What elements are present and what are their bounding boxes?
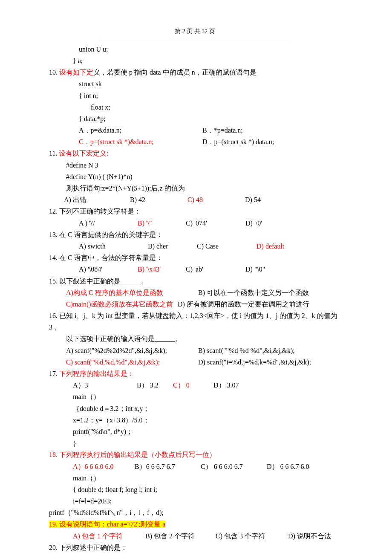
qnum: 20.	[49, 544, 59, 551]
question-20: 20. 下列叙述中正确的是：	[49, 542, 341, 553]
option-a: A) 包含 1 个字符	[73, 530, 145, 542]
option-b: B) 可以在一个函数中定义另一个函数	[198, 289, 309, 296]
qnum: 11.	[49, 150, 59, 157]
text: #define N 3	[66, 162, 98, 169]
code-line: ｛double d＝3.2；int x,y；	[49, 403, 341, 414]
option-b: B) 42	[130, 194, 187, 205]
option-b: B) cher	[148, 240, 197, 252]
code-line: main（）	[49, 472, 341, 484]
text: 以下叙述中正确的是______。	[59, 278, 148, 285]
option-row: A．p=&data.n;B．*p=data.n;	[49, 124, 341, 136]
option-c: C) 'ab'	[186, 263, 245, 275]
option-a: A）6 6 6.0 6.0	[73, 461, 135, 472]
code-line: float x;	[49, 101, 341, 113]
question-19: 19. 设有说明语句：char a='\72';则变量 a	[49, 518, 341, 530]
option-c: C） 6 6 6.0 6.7	[201, 461, 267, 472]
option-row: A) '\084'B) '\x43'C) 'ab'D) "\0"	[49, 263, 341, 275]
option-d: D．p=(struct sk *) data.n;	[202, 138, 274, 145]
option-d: D) 所有被调用的函数一定要在调用之前进行	[178, 301, 309, 308]
text: union U u;	[79, 46, 108, 53]
text-line: 以下选项中正确的输入语句是______。	[49, 333, 341, 344]
code-line: union U u;	[49, 43, 341, 55]
code-line: { double d; float f; long l; int i;	[49, 484, 341, 495]
text: printf（"%d%ld%f%f＼n"，i，l，f，d);	[49, 509, 164, 516]
option-row: A)构成 C 程序的基本单位是函数B) 可以在一个函数中定义另一个函数	[49, 287, 341, 298]
text: ｛double d＝3.2；int x,y；	[73, 405, 150, 412]
code-line: x=1.2；y=（x+3.8）/5.0；	[49, 414, 341, 426]
code-line: { int n;	[49, 90, 341, 101]
text: 下列叙述中正确的是：	[59, 544, 127, 551]
option-a: A) C 语言编译时不检查语法	[73, 553, 184, 555]
text-red: 下列程序执行后的输出结果是（小数点后只写一位）	[59, 451, 216, 458]
option-row: C．p=(struct sk *)&data.n;D．p=(struct sk …	[49, 136, 341, 147]
option-a: A）3	[73, 379, 137, 391]
option-b: B) scanf(""%d %d %d",&i,&j,&k);	[198, 347, 295, 354]
option-a: A ) '\\'	[79, 217, 138, 229]
code-line: 则执行语句:z=2*(N+Y(5+1));后,z 的值为	[49, 182, 341, 194]
option-c: C．p=(struct sk *)&data.n;	[79, 136, 202, 147]
option-c: C) 48	[187, 194, 245, 205]
code-line: #define Y(n) ( (N+1)*n)	[49, 171, 341, 182]
option-row: A) 包含 1 个字符B) 包含 2 个字符C) 包含 3 个字符D) 说明不合…	[49, 530, 341, 542]
text: 则执行语句:z=2*(N+Y(5+1));后,z 的值为	[66, 185, 185, 192]
option-d: D） 3.07	[213, 382, 239, 389]
text: } a;	[73, 57, 83, 64]
code-line: printf("%d\n", d*y)；	[49, 426, 341, 437]
option-d: D) 54	[245, 196, 261, 203]
text-red: 设有以下宏定义:	[59, 150, 108, 157]
header-rule-right	[195, 39, 290, 39]
text: 在 C 语言中，合法的字符常量是：	[59, 254, 163, 261]
code-line: } a;	[49, 55, 341, 66]
option-a: A)构成 C 程序的基本单位是函数	[66, 287, 198, 298]
text: } data,*p;	[79, 115, 106, 122]
text: 在 C 语言提供的合法的关键字是：	[59, 231, 163, 238]
text-highlighted: 19. 设有说明语句：char a='\72';则变量 a	[49, 520, 165, 528]
option-row: A) 出错B) 42C) 48D) 54	[49, 194, 341, 205]
option-a: A) 出错	[64, 194, 130, 205]
option-a: A．p=&data.n;	[79, 124, 202, 136]
question-17: 17. 下列程序的输出结果是：	[49, 368, 341, 379]
option-c: C) scanf("%d,%d,%d",&i,&j,&k);	[66, 356, 198, 368]
option-d: D) '\0'	[245, 220, 262, 227]
question-12: 12. 下列不正确的转义字符是：	[49, 205, 341, 217]
text: main（）	[73, 474, 100, 482]
option-row: C)main()函数必须放在其它函数之前D) 所有被调用的函数一定要在调用之前进…	[49, 298, 341, 310]
qnum: 15.	[49, 278, 59, 285]
option-c: C） 0	[173, 379, 213, 391]
text: float x;	[91, 104, 110, 111]
text: 以下选项中正确的输入语句是______。	[66, 335, 182, 342]
qnum: 12.	[49, 208, 59, 215]
text: { int n;	[79, 92, 98, 99]
option-a: A) scanf("%2d%2d%2d",&i,&j,&k);	[66, 345, 198, 356]
option-c: C)main()函数必须放在其它函数之前	[66, 298, 178, 310]
text: 义，若要使 p 指向 data 中的成员 n，正确的赋值语句是	[93, 69, 257, 76]
question-11: 11. 设有以下宏定义:	[49, 147, 341, 159]
code-line: printf（"%d%ld%f%f＼n"，i，l，f，d);	[49, 507, 341, 518]
document-body: union U u; } a; 10. 设有如下定义，若要使 p 指向 data…	[49, 39, 341, 555]
question-14: 14. 在 C 语言中，合法的字符常量是：	[49, 252, 341, 263]
option-b: B) 包含 2 个字符	[145, 530, 216, 542]
code-line: i=f=l=d=20/3;	[49, 495, 341, 507]
option-b: B）6 6 6.7 6.7	[135, 461, 201, 472]
option-d: D) default	[257, 243, 284, 250]
code-line: struct sk	[49, 78, 341, 90]
option-b: B） 3.2	[137, 379, 173, 391]
question-15: 15. 以下叙述中正确的是______。	[49, 275, 341, 287]
header-rule-left	[100, 39, 196, 39]
text: main（）	[73, 393, 100, 400]
option-c: C) '074'	[186, 217, 245, 229]
option-d: D） 6 6 6.7 6.0	[267, 463, 309, 470]
text-red: 设有如下定	[59, 69, 93, 76]
option-row: A）3B） 3.2C） 0D） 3.07	[49, 379, 341, 391]
option-row: A) scanf("%2d%2d%2d",&i,&j,&k);B) scanf(…	[49, 345, 341, 356]
code-line: ｝	[49, 437, 341, 449]
question-13: 13. 在 C 语言提供的合法的关键字是：	[49, 229, 341, 240]
text: printf("%d\n", d*y)；	[73, 428, 133, 435]
qnum: 13.	[49, 231, 59, 238]
text: #define Y(n) ( (N+1)*n)	[66, 173, 132, 180]
text: ｝	[73, 439, 80, 447]
qnum: 17.	[49, 370, 59, 377]
qnum: 14.	[49, 254, 59, 261]
option-a: A) '\084'	[79, 263, 138, 275]
option-a: A) swicth	[79, 240, 148, 252]
